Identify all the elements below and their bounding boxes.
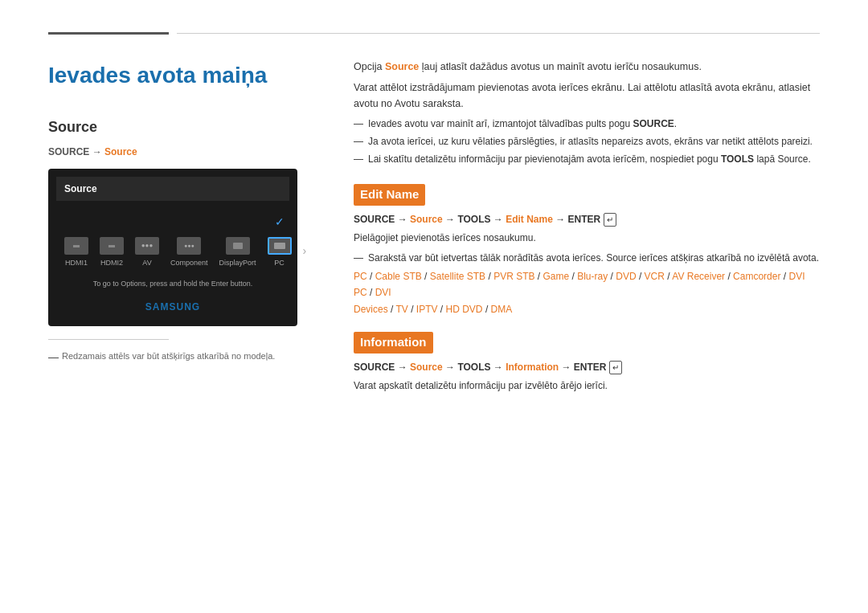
sep4: / [534,271,542,282]
device-camcorder: Camcorder [733,271,780,282]
bullet-item-1: ― Ievades avotu var mainīt arī, izmantoj… [354,116,820,131]
tv-icon-label-dp: DisplayPort [219,258,256,269]
av-dots-icon: ●●● [141,241,154,251]
tv-icon-dp: DisplayPort [219,237,256,269]
tv-icon-label-component: Component [170,258,208,269]
device-pvr: PVR STB [493,271,534,282]
pc-shape [274,243,285,249]
sep13: / [408,304,416,315]
edit-path-name-orange: Edit Name [506,214,553,225]
bullet-item-3: ― Lai skatītu detalizētu informāciju par… [354,152,820,166]
device-dvi-devices: DVI [375,287,391,298]
sep15: / [483,304,491,315]
tv-menu-bar: Source [56,177,289,201]
top-decorative-lines [48,32,820,35]
intro-para-2: Varat attēlot izstrādājumam pievienotas … [354,80,820,112]
info-path-source-orange: Source [410,362,443,373]
sep6: / [608,271,616,282]
edit-note-dash: ― [354,251,363,265]
device-bluray: Blu-ray [577,271,608,282]
sep14: / [438,304,446,315]
hdmi2-connector [108,245,115,247]
sep7: / [637,271,645,282]
device-dma: DMA [491,304,513,315]
page: Ievades avota maiņa Source SOURCE → Sour… [0,0,868,613]
device-satellite: Satellite STB [430,271,485,282]
tv-icon-hdmi2: HDMI2 [100,237,124,269]
section-title: Source [48,116,321,138]
device-cable: Cable STB [375,271,422,282]
nav-path: SOURCE → Source [48,145,321,159]
sep1: / [367,271,375,282]
page-title: Ievades avota maiņa [48,59,321,92]
sep8: / [665,271,672,282]
samsung-logo: SAMSUNG [56,299,289,315]
tv-icon-box-pc [268,237,292,255]
edit-path-enter-bold: ENTER [568,214,601,225]
edit-name-heading: Edit Name [354,184,425,206]
note-text: Redzamais attēls var būt atšķirīgs atkar… [62,349,275,366]
device-pc: PC [354,271,367,282]
tv-icon-hdmi1: HDMI1 [64,237,88,269]
tv-icon-label-pc: PC [274,258,285,269]
tv-icon-pc: ✓ PC [268,214,292,269]
tv-icon-label-hdmi2: HDMI2 [100,258,123,269]
device-hd-dvd: HD DVD [446,304,483,315]
device-game: Game [543,271,570,282]
info-path-info-orange: Information [506,362,559,373]
left-column: Ievades avota maiņa Source SOURCE → Sour… [48,59,321,398]
tv-hint-text: To go to Options, press and hold the Ent… [56,276,289,296]
bullet-text-3: Lai skatītu detalizētu informāciju par p… [368,152,811,166]
information-heading: Information [354,332,433,353]
tv-icon-label-hdmi1: HDMI1 [65,258,88,269]
hdmi1-connector [73,245,80,247]
right-column: Opcija Source ļauj atlasīt dažādus avotu… [354,59,820,398]
device-iptv: IPTV [416,304,438,315]
nav-source-orange: Source [104,146,137,157]
tools-bold: TOOLS [721,153,754,165]
device-av-receiver: AV Receiver [672,271,725,282]
dp-shape [233,243,243,249]
edit-path-source-bold: SOURCE [354,214,395,225]
source-bold-1: SOURCE [633,118,674,129]
tv-icons-row: HDMI1 HDMI2 ●●● AV [56,207,289,276]
top-line-rule [177,33,820,34]
content-wrapper: Ievades avota maiņa Source SOURCE → Sour… [48,59,820,398]
checkmark-icon: ✓ [275,214,285,234]
info-path-source-bold: SOURCE [354,362,395,373]
info-enter-icon: ↵ [609,361,622,374]
info-path-enter-bold: ENTER [574,362,607,373]
tv-icon-component: ●●● Component [170,237,208,269]
edit-path-tools-bold: TOOLS [457,214,490,225]
edit-name-path: SOURCE → Source → TOOLS → Edit Name → EN… [354,212,820,227]
sep3: / [485,271,493,282]
note-dash-char: ― [48,349,59,366]
sep2: / [422,271,430,282]
device-vcr: VCR [645,271,665,282]
tv-scroll-arrow: › [303,243,307,269]
edit-name-note: ― Sarakstā var būt ietvertas tālāk norād… [354,251,820,265]
right-arrow-icon: › [303,243,307,269]
top-line-accent [48,32,169,35]
sep10: / [780,271,788,282]
bullet-dash-2: ― [354,134,363,149]
bullet-dash-1: ― [354,116,363,131]
tv-menu-title: Source [64,182,97,196]
sep11: / [367,287,375,298]
sep12: / [388,304,396,315]
tv-icon-box-hdmi2 [100,237,124,255]
information-path: SOURCE → Source → TOOLS → Information → … [354,360,820,374]
left-divider [48,339,169,340]
sep5: / [569,271,577,282]
info-path-tools-bold: TOOLS [457,362,490,373]
tv-icon-label-av: AV [142,258,151,269]
tv-icon-box-hdmi1 [64,237,88,255]
intro-para-1: Opcija Source ļauj atlasīt dažādus avotu… [354,59,820,75]
tv-icon-box-dp [226,237,250,255]
edit-note-text: Sarakstā var būt ietvertas tālāk norādīt… [368,251,819,265]
device-tv: TV [395,304,407,315]
bullet-item-2: ― Ja avota ierīcei, uz kuru vēlaties pār… [354,134,820,149]
information-body: Varat apskatīt detalizētu informāciju pa… [354,378,820,394]
tv-icon-av: ●●● AV [135,237,159,269]
source-orange-ref: Source [777,153,808,165]
